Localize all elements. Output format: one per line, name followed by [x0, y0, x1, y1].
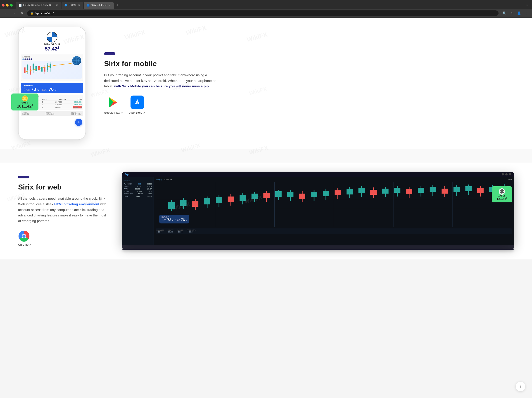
google-play-button[interactable]: Google Play >	[104, 96, 123, 114]
web-section-title: Sirix for web	[18, 183, 108, 191]
ls-row-2: ARBST116.10118.54	[122, 185, 154, 188]
svg-rect-99	[477, 188, 484, 193]
tab-fxpn-review[interactable]: 📄 FXPN Review, Forex Broker&... ✕	[16, 2, 61, 9]
svg-rect-97	[465, 186, 472, 191]
tab-favicon-3: 🔵	[86, 4, 89, 7]
laptop-eurjpy-big2: 76	[181, 218, 185, 222]
laptop-mockup: fxpn RATES AU_INDEX62.263,353	[122, 172, 514, 250]
laptop-ctrl-2	[505, 173, 507, 176]
eurusd-val2: 1.08	[42, 88, 47, 91]
svg-rect-93	[442, 189, 448, 194]
tab-close-3[interactable]: ✕	[108, 4, 111, 7]
ls-row-5: ACRONMARG142.975143.5	[122, 193, 154, 195]
svg-rect-57	[228, 196, 234, 202]
search-icon[interactable]: 🔍	[501, 10, 507, 16]
mobile-section-pill	[104, 52, 115, 55]
eurusd-sup2: 2	[55, 89, 56, 91]
web-desc-link[interactable]: HTML5 trading environment	[54, 202, 99, 206]
app-store-label: App Store >	[129, 111, 145, 114]
svg-rect-77	[347, 189, 353, 195]
section-spacer	[0, 149, 532, 163]
laptop-apple-badge: APPLE 121.479	[492, 186, 512, 202]
app-store-button[interactable]: App Store >	[129, 96, 145, 114]
gold-badge: 🪙 GOLD 1811.426	[11, 93, 38, 111]
chrome-svg	[18, 230, 30, 242]
laptop-trade-header: TRADE EURUSD ▾ Ask ▾	[156, 179, 512, 181]
phone-frame: BMW GROUP 57.422 1 minute	[18, 27, 86, 140]
laptop-frame: fxpn RATES AU_INDEX62.263,353	[122, 172, 514, 245]
bookmark-icon[interactable]: ☆	[508, 10, 515, 16]
laptop-apple-label: APPLE	[498, 195, 506, 197]
web-section-content: Sirix for web All the tools traders need…	[18, 176, 108, 246]
laptop-topbar: fxpn	[122, 172, 514, 177]
maximize-window-button[interactable]	[10, 4, 13, 7]
phone-footer: Open P/L$3,146.01 Balance$427,812.85 Equ…	[21, 111, 83, 116]
web-section-desc: All the tools traders need, available ar…	[18, 196, 108, 224]
tab-title-1: FXPN Review, Forex Broker&...	[23, 4, 54, 7]
svg-rect-59	[240, 195, 246, 201]
laptop-balance-item: BALANCE $0.00	[157, 229, 164, 233]
address-bar-row: ← → ✕ 🔒 fxpn.com/sirix/ 🔍 ☆ 👤 ⋮	[0, 9, 532, 18]
close-window-button[interactable]	[2, 4, 5, 7]
ls-row-3: AAAK151.51151.67	[122, 188, 154, 190]
svg-rect-91	[430, 187, 436, 192]
tab-favicon-1: 📄	[19, 4, 22, 7]
address-box[interactable]: 🔒 fxpn.com/sirix/	[27, 10, 499, 16]
svg-rect-71	[311, 192, 317, 197]
svg-rect-2	[24, 67, 25, 73]
svg-rect-73	[323, 191, 329, 196]
lock-icon: 🔒	[30, 12, 33, 15]
web-section-pill	[18, 176, 29, 178]
forward-button[interactable]: →	[11, 10, 17, 16]
bmw-logo-icon	[47, 32, 57, 43]
tab-sirix-fxpn[interactable]: 🔵 Sirix – FXPN ✕	[84, 2, 114, 9]
tab-fxpn[interactable]: 🔷 FXPN ✕	[62, 2, 83, 9]
tab-close-1[interactable]: ✕	[55, 4, 58, 7]
laptop-eurjpy-sup1: 6	[172, 219, 173, 222]
app-store-icon	[131, 96, 144, 109]
phone-fab-button[interactable]: +	[75, 119, 82, 126]
toolbar-icons: 🔍 ☆ 👤 ⋮	[501, 10, 529, 16]
tab-close-2[interactable]: ✕	[77, 4, 81, 7]
laptop-eurjpy-badge: EURJPY 1.08 736 1.08 762	[159, 215, 189, 223]
mobile-section-desc: Put your trading account in your pocket …	[104, 72, 217, 89]
reload-button[interactable]: ✕	[19, 10, 25, 16]
laptop-rates-header: RATES	[122, 179, 154, 183]
section-web: Sirix for web All the tools traders need…	[0, 163, 532, 260]
phone-mockup: BMW GROUP 57.422 1 minute	[18, 27, 90, 140]
minimize-window-button[interactable]	[6, 4, 9, 7]
chrome-label[interactable]: Chrome >	[18, 243, 108, 246]
svg-rect-47	[168, 202, 175, 209]
tab-overflow-button[interactable]: ▾	[524, 2, 530, 8]
svg-rect-79	[359, 188, 365, 193]
laptop-brand: fxpn	[125, 173, 130, 176]
svg-rect-83	[382, 189, 389, 194]
svg-rect-75	[335, 190, 341, 195]
phone-logo-area: BMW GROUP	[44, 32, 60, 46]
back-button[interactable]: ←	[3, 10, 9, 16]
google-play-label: Google Play >	[104, 111, 123, 114]
svg-rect-10	[36, 66, 37, 71]
eurusd-sup1: 6	[38, 89, 39, 91]
menu-icon[interactable]: ⋮	[523, 10, 529, 16]
new-tab-button[interactable]: +	[114, 2, 120, 8]
mobile-section-title: Sirix for mobile	[104, 59, 514, 68]
laptop-sidebar: RATES AU_INDEX62.263,353 ARBST116.10118.…	[122, 177, 154, 245]
apple-logo-icon	[499, 188, 505, 195]
app-store-svg	[133, 98, 141, 106]
svg-rect-95	[454, 187, 460, 192]
laptop-margin-item: MARGIN $0.00	[177, 229, 184, 233]
page-content: WikiFX WikiFX WikiFX WikiFX WikiFX WikiF…	[0, 18, 532, 260]
eurusd-big2: 76	[49, 87, 54, 92]
svg-rect-8	[32, 64, 34, 70]
svg-rect-53	[204, 198, 210, 204]
svg-rect-61	[252, 194, 258, 199]
laptop-bottom	[122, 248, 514, 250]
laptop-main: TRADE EURUSD ▾ Ask ▾	[154, 177, 514, 245]
ls-row-4: ACCUR32.90532.6	[122, 190, 154, 193]
tab-favicon-2: 🔷	[64, 4, 67, 7]
profile-icon[interactable]: 👤	[516, 10, 522, 16]
svg-rect-87	[406, 189, 412, 194]
svg-rect-6	[30, 69, 31, 74]
ls-row-1: AU_INDEX62.263,353	[122, 183, 154, 185]
